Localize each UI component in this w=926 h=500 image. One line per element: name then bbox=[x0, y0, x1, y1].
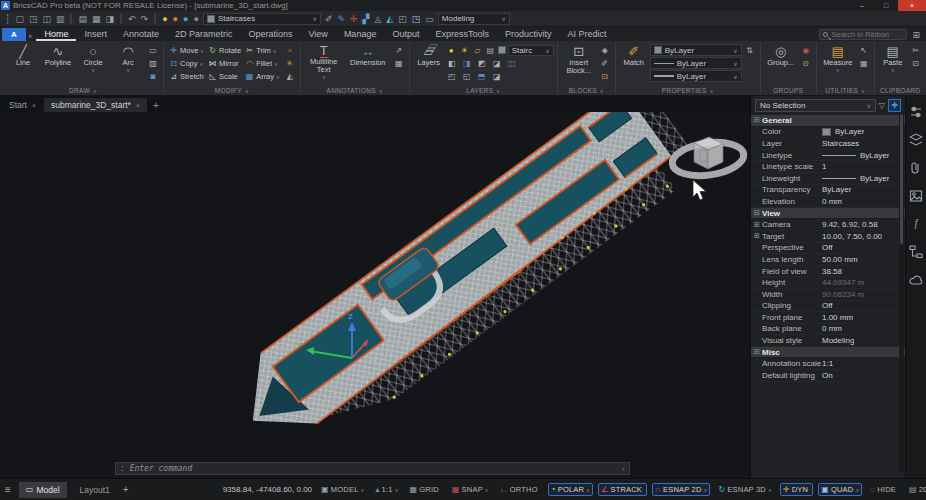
panel-active-icon[interactable]: ◳ bbox=[411, 14, 422, 24]
property-row[interactable]: Clipping Off bbox=[751, 301, 905, 313]
search-input[interactable] bbox=[831, 30, 901, 39]
property-row[interactable]: Back plane 0 mm bbox=[751, 324, 905, 336]
polar-toggle[interactable]: ◔ POLAR ∨ bbox=[548, 483, 593, 496]
model-tab[interactable]: ▭ Model bbox=[19, 482, 67, 498]
property-row[interactable]: Color ByLayer bbox=[751, 127, 905, 139]
layer-on-icon[interactable]: ● bbox=[446, 44, 457, 56]
tab-operations[interactable]: Operations bbox=[240, 28, 300, 41]
tab-output[interactable]: Output bbox=[384, 28, 427, 41]
undo-icon[interactable]: ↶ bbox=[127, 14, 137, 24]
modify-group-label[interactable]: MODIFY∨ bbox=[167, 86, 297, 95]
property-row[interactable]: Perspective Off bbox=[751, 243, 905, 255]
multiline-text-button[interactable]: T Multiline Text ∨ bbox=[304, 42, 344, 80]
tab-manage[interactable]: Manage bbox=[336, 28, 385, 41]
expand-icon[interactable]: ⊟ bbox=[754, 209, 762, 217]
group-add-button[interactable]: ◉ bbox=[799, 44, 813, 56]
filter-icon[interactable]: ▽ bbox=[879, 101, 885, 110]
cut-button[interactable]: ✂ bbox=[909, 44, 923, 56]
layers-group-label[interactable]: LAYERS∨ bbox=[413, 86, 554, 95]
expand-icon[interactable]: ⊟ bbox=[754, 116, 762, 124]
save-all-icon[interactable]: ▥ bbox=[55, 14, 66, 24]
erase-button[interactable]: × bbox=[283, 44, 297, 56]
annotations-group-label[interactable]: ANNOTATIONS∨ bbox=[304, 86, 406, 95]
select-entities-button[interactable]: ✛ bbox=[888, 99, 901, 112]
panel-left-icon[interactable]: ◰ bbox=[397, 14, 408, 24]
command-line[interactable]: : Enter command ✳ bbox=[115, 462, 630, 475]
rotate-button[interactable]: ↻Rotate bbox=[206, 44, 243, 57]
expand-icon[interactable]: ⊟ bbox=[754, 348, 762, 356]
new-file-icon[interactable]: ▢ bbox=[14, 14, 25, 24]
clipboard-group-label[interactable]: CLIPBOARD bbox=[878, 86, 923, 95]
command-options-icon[interactable]: ✳ bbox=[621, 465, 625, 472]
open-file-icon[interactable]: ◳ bbox=[28, 14, 39, 24]
properties-panel-icon[interactable] bbox=[909, 104, 924, 119]
print-icon[interactable]: ▦ bbox=[91, 14, 102, 24]
block-edit-button[interactable]: ◈ bbox=[598, 44, 612, 56]
linetype-select[interactable]: ByLayer ∨ bbox=[650, 57, 742, 69]
layout1-tab[interactable]: Layout1 bbox=[73, 482, 117, 498]
view-detail-icon[interactable]: ◬ bbox=[373, 14, 382, 24]
property-row[interactable]: ⊞ Target 10.00, 7.50, 0.00 bbox=[751, 231, 905, 243]
toolbar-grip[interactable]: ┊ bbox=[4, 14, 11, 24]
sep[interactable] bbox=[120, 14, 122, 24]
minimize-button[interactable]: – bbox=[850, 0, 874, 11]
attachments-panel-icon[interactable] bbox=[909, 160, 924, 175]
close-icon[interactable]: × bbox=[136, 102, 140, 109]
layer-prev-icon[interactable]: ◪ bbox=[492, 70, 502, 82]
groups-group-label[interactable]: GROUPS bbox=[764, 86, 813, 95]
circle-button[interactable]: ○ Circle ∨ bbox=[76, 42, 110, 73]
layer-isolate-icon[interactable]: ◧ bbox=[447, 57, 457, 69]
fillet-button[interactable]: ◠Fillet∨ bbox=[243, 57, 282, 70]
group-edit-button[interactable]: ⊙ bbox=[799, 57, 813, 69]
layer-merge-icon[interactable]: ◫ bbox=[507, 57, 517, 69]
tab-insert[interactable]: Insert bbox=[76, 28, 115, 41]
table-button[interactable]: ▦ bbox=[392, 57, 406, 69]
render-materials-panel-icon[interactable] bbox=[909, 188, 924, 203]
tab-productivity[interactable]: Productivity bbox=[497, 28, 560, 41]
cloud-panel-icon[interactable] bbox=[909, 272, 924, 287]
property-row[interactable]: Front plane 1.00 mm bbox=[751, 312, 905, 324]
draw-order-button[interactable]: ◭ bbox=[283, 70, 297, 82]
print-preview-icon[interactable]: ◨ bbox=[105, 14, 116, 24]
property-row[interactable]: Field of view 38.58 bbox=[751, 266, 905, 278]
close-button[interactable]: × bbox=[898, 0, 926, 11]
redo-icon[interactable]: ↷ bbox=[140, 14, 150, 24]
new-doc-tab-button[interactable]: + bbox=[148, 100, 164, 112]
scale-button[interactable]: ◺Scale bbox=[206, 70, 243, 83]
layer-lock-icon[interactable]: ● bbox=[182, 14, 189, 24]
hatch-toggle-icon[interactable]: ▞ bbox=[362, 14, 371, 24]
property-row[interactable]: Linetype scale 1 bbox=[751, 161, 905, 173]
layer-match-icon[interactable]: ◱ bbox=[462, 70, 472, 82]
block-attribute-button[interactable]: ✐ bbox=[598, 57, 612, 69]
layer-unlock-icon[interactable]: ▱ bbox=[472, 44, 483, 56]
array-button[interactable]: ▦Array∨ bbox=[243, 70, 282, 83]
tab-annotate[interactable]: Annotate bbox=[115, 28, 167, 41]
rectangle-button[interactable]: ▭ bbox=[146, 44, 160, 56]
copy-clip-button[interactable]: ⊡ bbox=[909, 57, 923, 69]
layers-button[interactable]: ▱ Layers bbox=[413, 42, 445, 67]
measure-button[interactable]: ▤ Measure ∨ bbox=[820, 42, 856, 73]
parameters-panel-icon[interactable]: ƒ bbox=[909, 216, 924, 231]
expand-icon[interactable]: ⊞ bbox=[754, 232, 762, 240]
layer-walk-icon[interactable]: ◰ bbox=[447, 70, 457, 82]
application-button[interactable]: A bbox=[2, 28, 26, 41]
monitor-icon[interactable]: ▭ bbox=[424, 14, 435, 24]
dimension-button[interactable]: ↔ Dimension bbox=[345, 42, 391, 67]
lineweight-select[interactable]: ByLayer ∨ bbox=[650, 70, 742, 82]
layer-current-icon[interactable]: ⬒ bbox=[477, 70, 487, 82]
solid-button[interactable]: ◙ bbox=[146, 70, 160, 82]
layer-plot-icon[interactable]: ▤ bbox=[485, 44, 496, 56]
trim-button[interactable]: ✂Trim∨ bbox=[243, 44, 282, 57]
stretch-button[interactable]: ⊿Stretch bbox=[167, 70, 206, 83]
tab-ai-predict[interactable]: AI Predict bbox=[560, 28, 615, 41]
explode-button[interactable]: ✳ bbox=[283, 57, 297, 69]
match-layer-icon[interactable]: ✐ bbox=[324, 14, 334, 24]
properties-scrollbar[interactable] bbox=[899, 112, 904, 472]
draw-group-label[interactable]: DRAW∨ bbox=[6, 86, 160, 95]
property-row[interactable]: Lens length 50.00 mm bbox=[751, 254, 905, 266]
esnap-3d-toggle[interactable]: ↻ ESNAP 3D ∨ bbox=[715, 483, 774, 496]
add-layout-button[interactable]: + bbox=[123, 484, 129, 495]
property-row[interactable]: Height 44.09347 m bbox=[751, 277, 905, 289]
esnap-2d-toggle[interactable]: ∩ ESNAP 2D ∨ bbox=[652, 483, 710, 496]
color-select[interactable]: ByLayer ∨ bbox=[650, 44, 742, 56]
